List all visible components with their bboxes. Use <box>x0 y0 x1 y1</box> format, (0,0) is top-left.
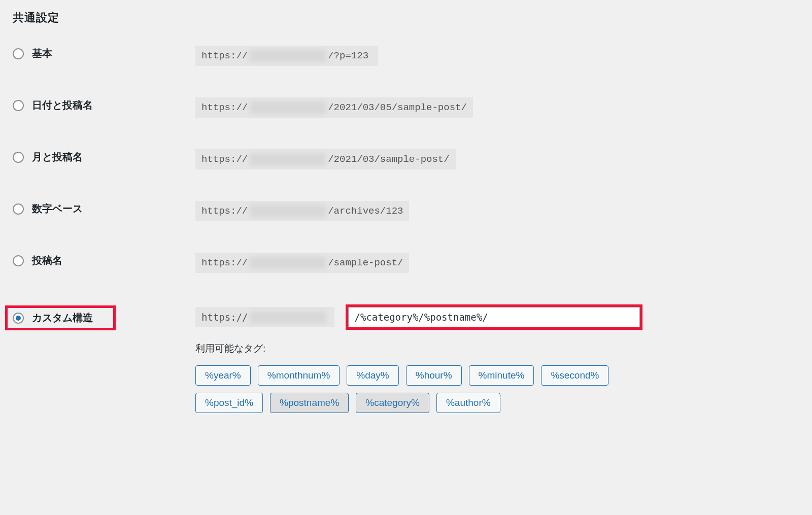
radio-numeric[interactable] <box>13 203 24 215</box>
permalink-option-day-name: 日付と投稿名 https:// /2021/03/05/sample-post/ <box>13 97 799 118</box>
example-url-day-name: https:// /2021/03/05/sample-post/ <box>195 97 473 118</box>
blurred-domain <box>250 50 326 62</box>
tag-author[interactable]: %author% <box>436 393 500 413</box>
blurred-domain <box>250 311 326 323</box>
url-suffix: /2021/03/sample-post/ <box>328 154 449 165</box>
tag-post-id[interactable]: %post_id% <box>195 393 263 413</box>
permalink-option-numeric: 数字ベース https:// /archives/123 <box>13 201 799 221</box>
example-url-post-name: https:// /sample-post/ <box>195 253 409 273</box>
blurred-domain <box>250 153 326 165</box>
url-prefix: https:// <box>201 312 248 323</box>
permalink-options: 基本 https:// /?p=123 日付と投稿名 https:// /202… <box>13 46 799 413</box>
blurred-domain <box>250 257 326 269</box>
url-suffix: /2021/03/05/sample-post/ <box>328 102 467 113</box>
option-label-numeric[interactable]: 数字ベース <box>32 202 83 216</box>
option-label-custom[interactable]: カスタム構造 <box>32 311 93 325</box>
custom-structure-row: https:// <box>195 304 799 330</box>
available-tags-label: 利用可能なタグ: <box>195 342 799 355</box>
option-label-month-name[interactable]: 月と投稿名 <box>32 150 83 164</box>
url-prefix: https:// <box>201 50 248 61</box>
url-prefix: https:// <box>201 154 248 165</box>
blurred-domain <box>250 205 326 217</box>
radio-day-name[interactable] <box>13 100 24 111</box>
tag-year[interactable]: %year% <box>195 365 251 386</box>
option-label-day-name[interactable]: 日付と投稿名 <box>32 98 93 112</box>
radio-month-name[interactable] <box>13 152 24 163</box>
permalink-option-basic: 基本 https:// /?p=123 <box>13 46 799 66</box>
radio-custom[interactable] <box>13 313 24 324</box>
section-title: 共通設定 <box>13 10 799 25</box>
url-prefix: https:// <box>201 257 248 268</box>
option-label-basic[interactable]: 基本 <box>32 47 52 60</box>
radio-basic[interactable] <box>13 48 24 59</box>
custom-url-prefix-box: https:// <box>195 307 334 327</box>
blurred-domain <box>250 101 326 114</box>
radio-post-name[interactable] <box>13 255 24 266</box>
tag-category[interactable]: %category% <box>356 393 429 413</box>
custom-input-highlight <box>346 304 642 330</box>
example-url-basic: https:// /?p=123 <box>195 46 378 66</box>
url-prefix: https:// <box>201 102 248 113</box>
tag-monthnum[interactable]: %monthnum% <box>258 365 340 386</box>
url-suffix: /sample-post/ <box>328 257 403 268</box>
url-suffix: /archives/123 <box>328 205 403 217</box>
permalink-option-post-name: 投稿名 https:// /sample-post/ <box>13 253 799 273</box>
custom-structure-input[interactable] <box>348 307 640 327</box>
tag-day[interactable]: %day% <box>347 365 398 386</box>
available-tags: %year% %monthnum% %day% %hour% %minute% … <box>195 365 642 413</box>
example-url-month-name: https:// /2021/03/sample-post/ <box>195 149 456 169</box>
permalink-option-custom: カスタム構造 https:// 利用可能なタグ: %year% %monthnu… <box>13 304 799 413</box>
option-label-post-name[interactable]: 投稿名 <box>32 254 62 267</box>
url-prefix: https:// <box>201 205 248 217</box>
url-suffix: /?p=123 <box>328 50 368 61</box>
tag-postname[interactable]: %postname% <box>270 393 349 413</box>
tag-hour[interactable]: %hour% <box>406 365 462 386</box>
tag-second[interactable]: %second% <box>541 365 608 386</box>
permalink-option-month-name: 月と投稿名 https:// /2021/03/sample-post/ <box>13 149 799 169</box>
tag-minute[interactable]: %minute% <box>469 365 534 386</box>
example-url-numeric: https:// /archives/123 <box>195 201 409 221</box>
